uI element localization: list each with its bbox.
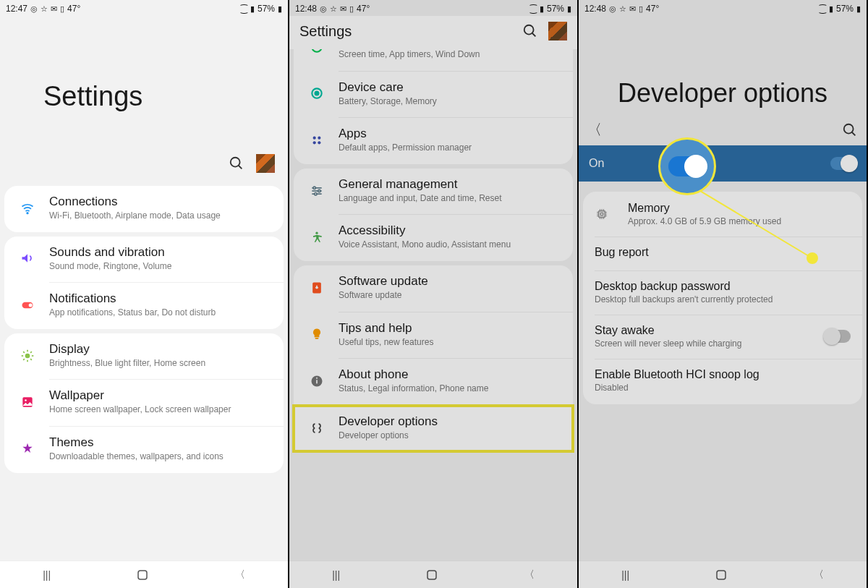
dev-option-memory[interactable]: MemoryApprox. 4.0 GB of 5.9 GB memory us… xyxy=(583,193,862,237)
settings-list: ConnectionsWi-Fi, Bluetooth, Airplane mo… xyxy=(0,182,288,561)
settings-item-apps[interactable]: AppsDefault apps, Permission manager xyxy=(294,118,573,164)
toggle-callout xyxy=(658,137,716,195)
item-title: Software update xyxy=(339,274,428,289)
screen-settings-main: 12:47 ◎ ☆ ✉ ▯ 47° ⁐ ▮ 57% ▮ Settings Con… xyxy=(0,0,289,588)
profile-avatar[interactable] xyxy=(256,154,275,173)
search-button[interactable] xyxy=(842,122,858,138)
search-button[interactable] xyxy=(522,23,538,39)
item-toggle[interactable] xyxy=(825,330,851,343)
wifi-icon xyxy=(16,201,39,216)
item-subtitle: App notifications, Status bar, Do not di… xyxy=(49,307,216,319)
item-title: Tips and help xyxy=(339,321,433,336)
tips-icon xyxy=(305,327,328,341)
settings-item-developer-options[interactable]: Developer optionsDeveloper options xyxy=(294,406,573,452)
svg-point-30 xyxy=(318,189,320,192)
item-subtitle: Language and input, Date and time, Reset xyxy=(339,193,502,205)
master-toggle-banner[interactable]: On xyxy=(579,145,867,182)
themes-icon xyxy=(16,442,39,456)
nav-recents[interactable]: ||| xyxy=(621,569,629,581)
item-subtitle: Software update xyxy=(339,290,428,302)
nav-recents[interactable]: ||| xyxy=(43,569,51,581)
settings-item-notifications[interactable]: NotificationsApp notifications, Status b… xyxy=(4,283,284,329)
status-bar: 12:48 ◎ ☆ ✉ ▯ 47° ⁐ ▮ 57% ▮ xyxy=(579,0,867,16)
devicecare-icon xyxy=(305,86,328,101)
item-title: Themes xyxy=(49,435,224,450)
settings-item-software-update[interactable]: Software updateSoftware update xyxy=(294,265,573,312)
settings-group: Software updateSoftware updateTips and h… xyxy=(294,265,573,451)
item-subtitle: Voice Assistant, Mono audio, Assistant m… xyxy=(339,239,511,251)
banner-label: On xyxy=(589,157,604,170)
search-button[interactable] xyxy=(229,155,244,171)
svg-point-25 xyxy=(318,141,320,144)
item-subtitle: Home screen wallpaper, Lock screen wallp… xyxy=(49,404,231,416)
nav-home[interactable] xyxy=(425,568,438,581)
dev-option-desktop-backup-password[interactable]: Desktop backup passwordDesktop full back… xyxy=(583,271,862,315)
general-icon xyxy=(305,184,328,198)
item-subtitle: Battery, Storage, Memory xyxy=(339,96,437,108)
svg-point-40 xyxy=(844,124,854,133)
nav-back[interactable]: 〈 xyxy=(235,568,245,581)
instagram-icon: ◎ xyxy=(320,4,327,14)
svg-rect-42 xyxy=(599,211,605,217)
back-button[interactable]: 〈 xyxy=(587,120,602,140)
battery-mini-icon: ▯ xyxy=(639,4,643,14)
item-title: Developer options xyxy=(339,414,438,429)
master-toggle[interactable] xyxy=(830,157,856,170)
svg-point-21 xyxy=(315,92,319,95)
profile-avatar[interactable] xyxy=(548,22,567,41)
item-subtitle: Brightness, Blue light filter, Home scre… xyxy=(49,358,205,370)
svg-rect-56 xyxy=(717,571,726,579)
dev-option-stay-awake[interactable]: Stay awakeScreen will never sleep while … xyxy=(583,315,862,359)
settings-item-about-phone[interactable]: About phoneStatus, Legal information, Ph… xyxy=(294,359,573,405)
settings-item-wallpaper[interactable]: WallpaperHome screen wallpaper, Lock scr… xyxy=(4,380,284,426)
star-icon: ☆ xyxy=(41,4,48,14)
accessibility-icon xyxy=(305,230,328,244)
settings-item-general-management[interactable]: General managementLanguage and input, Da… xyxy=(294,169,573,215)
item-subtitle: Sound mode, Ringtone, Volume xyxy=(49,261,171,273)
item-title: Notifications xyxy=(49,291,216,306)
nav-home[interactable] xyxy=(715,568,728,581)
settings-group: DisplayBrightness, Blue light filter, Ho… xyxy=(4,333,284,473)
svg-rect-38 xyxy=(427,571,436,579)
svg-line-41 xyxy=(852,132,856,135)
devoptions-icon xyxy=(305,421,328,435)
settings-item-display[interactable]: DisplayBrightness, Blue light filter, Ho… xyxy=(4,333,284,380)
settings-item-accessibility[interactable]: AccessibilityVoice Assistant, Mono audio… xyxy=(294,215,573,261)
signal-icon: ▮ xyxy=(829,4,833,14)
status-time: 12:48 xyxy=(584,4,606,14)
item-title: Apps xyxy=(339,127,472,141)
nav-back[interactable]: 〈 xyxy=(814,568,824,581)
display-icon xyxy=(16,349,39,363)
swupdate-icon xyxy=(305,281,328,295)
settings-group: controlsScreen time, App timers, Wind Do… xyxy=(294,49,573,164)
apps-icon xyxy=(305,133,328,148)
settings-item-device-care[interactable]: Device careBattery, Storage, Memory xyxy=(294,72,573,118)
svg-point-32 xyxy=(315,232,318,234)
page-title: Developer options xyxy=(579,78,867,108)
svg-line-18 xyxy=(532,33,536,37)
dev-option-enable-bluetooth-hci-snoop-log[interactable]: Enable Bluetooth HCI snoop logDisabled xyxy=(583,359,862,403)
item-subtitle: Developer options xyxy=(339,430,438,442)
star-icon: ☆ xyxy=(330,4,337,14)
settings-item-sounds-and-vibration[interactable]: Sounds and vibrationSound mode, Ringtone… xyxy=(4,237,284,283)
settings-item-controls[interactable]: controlsScreen time, App timers, Wind Do… xyxy=(294,49,573,71)
nav-recents[interactable]: ||| xyxy=(332,569,340,581)
nav-home[interactable] xyxy=(136,568,149,581)
settings-item-connections[interactable]: ConnectionsWi-Fi, Bluetooth, Airplane mo… xyxy=(4,186,284,232)
nav-back[interactable]: 〈 xyxy=(524,568,535,581)
item-title: Wallpaper xyxy=(49,388,231,403)
battery-icon: ▮ xyxy=(278,4,282,14)
svg-point-17 xyxy=(524,25,534,35)
notif-icon xyxy=(16,298,39,312)
dev-option-bug-report[interactable]: Bug report xyxy=(583,237,862,270)
settings-item-tips-and-help[interactable]: Tips and helpUseful tips, new features xyxy=(294,312,573,359)
battery-mini-icon: ▯ xyxy=(349,4,354,14)
settings-item-themes[interactable]: ThemesDownloadable themes, wallpapers, a… xyxy=(4,427,284,473)
svg-point-37 xyxy=(316,378,318,379)
status-time: 12:47 xyxy=(6,4,27,14)
battery-icon: ▮ xyxy=(567,4,571,14)
item-title: Stay awake xyxy=(595,324,741,337)
memory-icon xyxy=(595,207,618,221)
status-battery: 57% xyxy=(547,4,564,14)
svg-point-15 xyxy=(25,399,27,401)
